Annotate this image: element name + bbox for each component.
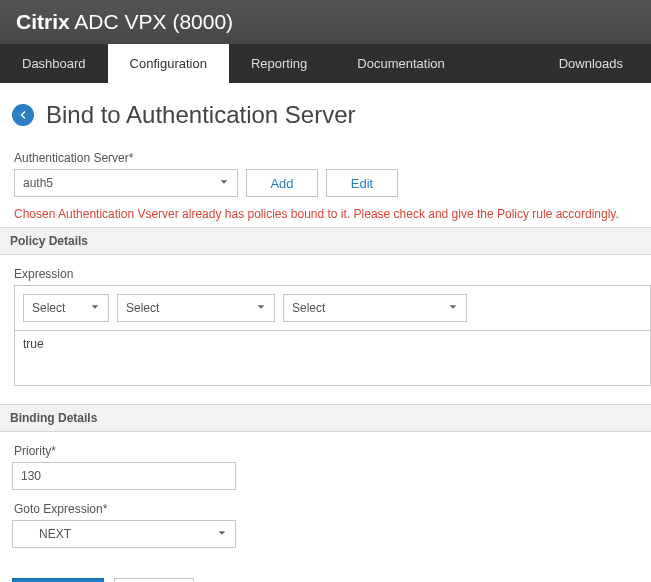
chevron-down-icon [90, 301, 100, 315]
add-button[interactable]: Add [246, 169, 318, 197]
chevron-down-icon [219, 176, 229, 190]
edit-button[interactable]: Edit [326, 169, 398, 197]
auth-server-value: auth5 [23, 176, 53, 190]
create-button[interactable]: Create [12, 578, 104, 582]
goto-label: Goto Expression* [12, 502, 639, 516]
chevron-down-icon [199, 527, 227, 541]
tab-reporting[interactable]: Reporting [229, 44, 329, 83]
tab-dashboard[interactable]: Dashboard [0, 44, 108, 83]
expression-select-2[interactable]: Select [117, 294, 275, 322]
title-row: Bind to Authentication Server [12, 101, 639, 129]
expression-select-1[interactable]: Select [23, 294, 109, 322]
binding-details-header: Binding Details [0, 404, 651, 432]
goto-expression-value: NEXT [21, 527, 71, 541]
page-title: Bind to Authentication Server [46, 101, 356, 129]
priority-input[interactable] [12, 462, 236, 490]
back-icon[interactable] [12, 104, 34, 126]
chevron-down-icon [256, 301, 266, 315]
auth-server-select[interactable]: auth5 [14, 169, 238, 197]
expression-input[interactable]: true [15, 331, 650, 385]
expression-label: Expression [12, 267, 639, 281]
main-nav: Dashboard Configuration Reporting Docume… [0, 44, 651, 83]
page-body: Bind to Authentication Server Authentica… [0, 83, 651, 582]
brand-light: ADC VPX [70, 10, 167, 33]
tab-configuration[interactable]: Configuration [108, 44, 229, 83]
brand-suffix: (8000) [167, 10, 234, 33]
auth-server-label: Authentication Server* [12, 151, 639, 165]
brand-bold: Citrix [16, 10, 70, 33]
expression-select-3[interactable]: Select [283, 294, 467, 322]
footer-actions: Create Close [12, 578, 639, 582]
expression-editor: Select Select Select true [14, 285, 651, 386]
priority-label: Priority* [12, 444, 639, 458]
chevron-down-icon [448, 301, 458, 315]
tab-downloads[interactable]: Downloads [537, 44, 651, 83]
expression-toolbar: Select Select Select [15, 286, 650, 331]
app-header: Citrix ADC VPX (8000) [0, 0, 651, 44]
auth-warning: Chosen Authentication Vserver already ha… [14, 207, 637, 221]
policy-details-header: Policy Details [0, 227, 651, 255]
close-button[interactable]: Close [114, 578, 194, 582]
tab-documentation[interactable]: Documentation [329, 44, 472, 83]
goto-expression-select[interactable]: NEXT [12, 520, 236, 548]
